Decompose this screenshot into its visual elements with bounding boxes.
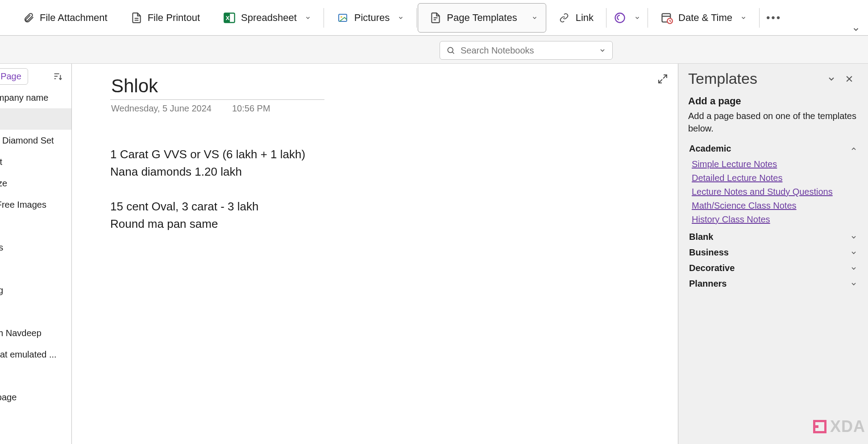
template-category-label: Decorative — [689, 263, 735, 273]
chevron-down-icon — [398, 15, 404, 21]
chevron-down-icon[interactable] — [822, 72, 840, 86]
page-list-item[interactable]: 's what emulated ... — [0, 344, 71, 365]
chevron-up-icon — [850, 145, 857, 152]
close-icon[interactable] — [840, 72, 858, 86]
svg-point-9 — [615, 13, 625, 22]
link-button[interactable]: Link — [546, 3, 605, 33]
templates-pane: Templates Add a page Add a page based on… — [678, 64, 868, 444]
main-area: Add Page r Company namekdeep Diamond Set… — [0, 64, 868, 444]
pictures-label: Pictures — [354, 12, 390, 24]
file-attachment-button[interactable]: File Attachment — [11, 3, 119, 33]
template-category[interactable]: Planners — [688, 276, 858, 292]
page-list-item[interactable]: tled page — [0, 386, 71, 408]
page-list-item[interactable]: ouri — [0, 301, 71, 322]
template-link[interactable]: Detailed Lecture Notes — [692, 171, 858, 185]
page-list: Add Page r Company namekdeep Diamond Set… — [0, 64, 71, 444]
chevron-down-icon — [532, 15, 538, 21]
page-time: 10:56 PM — [232, 103, 270, 114]
svg-line-14 — [670, 21, 671, 21]
template-category[interactable]: Blank — [688, 229, 858, 245]
template-icon — [430, 11, 441, 25]
date-time-button[interactable]: Date & Time — [649, 3, 758, 33]
expand-icon[interactable] — [657, 74, 668, 84]
template-category[interactable]: Decorative — [688, 260, 858, 276]
picture-icon — [336, 12, 349, 23]
add-page-button[interactable]: Add Page — [0, 68, 28, 85]
search-icon — [446, 46, 455, 55]
ribbon-overflow-caret[interactable] — [852, 25, 860, 33]
separator — [606, 8, 606, 28]
ink-button[interactable] — [607, 3, 647, 33]
page-list-item[interactable]: k — [0, 108, 71, 130]
spreadsheet-label: Spreadsheet — [241, 12, 297, 24]
svg-line-16 — [453, 52, 454, 54]
note-body[interactable]: 1 Carat G VVS or VS (6 lakh + 1 lakh) Na… — [110, 146, 678, 233]
template-category-label: Business — [689, 247, 729, 258]
template-category[interactable]: Academic — [688, 141, 858, 156]
xda-logo-icon — [813, 420, 826, 433]
chevron-down-icon — [740, 15, 747, 21]
link-label: Link — [576, 12, 594, 24]
separator — [324, 8, 324, 28]
template-category-label: Academic — [689, 144, 731, 154]
ink-icon — [614, 12, 626, 24]
separator — [759, 8, 760, 28]
page-list-item[interactable]: dlines — [0, 237, 71, 258]
file-attachment-label: File Attachment — [40, 12, 108, 24]
page-list-item[interactable]: deep Diamond Set — [0, 130, 71, 151]
paperclip-icon — [23, 11, 34, 25]
add-page-description: Add a page based on one of the templates… — [688, 110, 858, 135]
template-link[interactable]: Simple Lecture Notes — [692, 157, 858, 171]
chevron-down-icon — [850, 265, 857, 272]
search-input[interactable] — [461, 45, 594, 56]
page-list-item[interactable]: e with Navdeep — [0, 322, 71, 344]
search-box[interactable] — [440, 41, 613, 60]
watermark-text: XDA — [830, 417, 865, 436]
note-canvas: Shlok Wednesday, 5 June 2024 10:56 PM 1 … — [72, 64, 678, 444]
spreadsheet-button[interactable]: X Spreadsheet — [212, 3, 323, 33]
page-list-item[interactable] — [0, 365, 71, 386]
title-underline — [110, 99, 324, 100]
template-category-label: Planners — [689, 279, 727, 289]
page-list-item[interactable]: r Company name — [0, 87, 71, 108]
template-category-label: Blank — [689, 232, 713, 242]
more-button[interactable]: ••• — [760, 3, 787, 33]
page-list-item[interactable]: inder — [0, 258, 71, 280]
page-list-item[interactable]: ) — [0, 215, 71, 237]
chevron-down-icon — [634, 15, 640, 21]
page-list-item[interactable]: Hiring — [0, 280, 71, 301]
page-list-item[interactable]: alty Free Images — [0, 194, 71, 215]
file-printout-button[interactable]: File Printout — [119, 3, 212, 33]
ribbon-toolbar: File Attachment File Printout X Spreadsh… — [0, 0, 868, 36]
chevron-down-icon — [850, 280, 857, 288]
chevron-down-icon — [850, 249, 857, 256]
link-icon — [558, 13, 570, 23]
file-printout-label: File Printout — [148, 12, 200, 24]
document-icon — [131, 11, 142, 25]
chevron-down-icon — [850, 234, 857, 241]
template-link-group: Simple Lecture NotesDetailed Lecture Not… — [688, 156, 858, 229]
page-list-item[interactable]: adget — [0, 151, 71, 173]
watermark: XDA — [813, 417, 865, 436]
page-title[interactable]: Shlok — [110, 74, 324, 99]
page-list-item[interactable]: m Size — [0, 173, 71, 194]
chevron-down-icon[interactable] — [599, 47, 606, 54]
page-templates-label: Page Templates — [447, 12, 517, 24]
page-date: Wednesday, 5 June 2024 — [111, 103, 212, 114]
template-link[interactable]: Lecture Notes and Study Questions — [692, 185, 858, 199]
date-time-label: Date & Time — [678, 12, 732, 24]
template-category[interactable]: Business — [688, 245, 858, 260]
template-link[interactable]: Math/Science Class Notes — [692, 199, 858, 213]
pictures-button[interactable]: Pictures — [325, 3, 415, 33]
add-page-heading: Add a page — [688, 95, 858, 107]
calendar-clock-icon — [660, 12, 673, 24]
templates-title: Templates — [688, 70, 822, 87]
sort-icon[interactable] — [50, 69, 65, 84]
chevron-down-icon — [305, 15, 311, 21]
separator — [416, 8, 417, 28]
svg-text:X: X — [226, 14, 230, 21]
template-link[interactable]: History Class Notes — [692, 213, 858, 226]
page-templates-button[interactable]: Page Templates — [418, 3, 546, 33]
separator — [648, 8, 648, 28]
svg-line-21 — [659, 79, 662, 83]
